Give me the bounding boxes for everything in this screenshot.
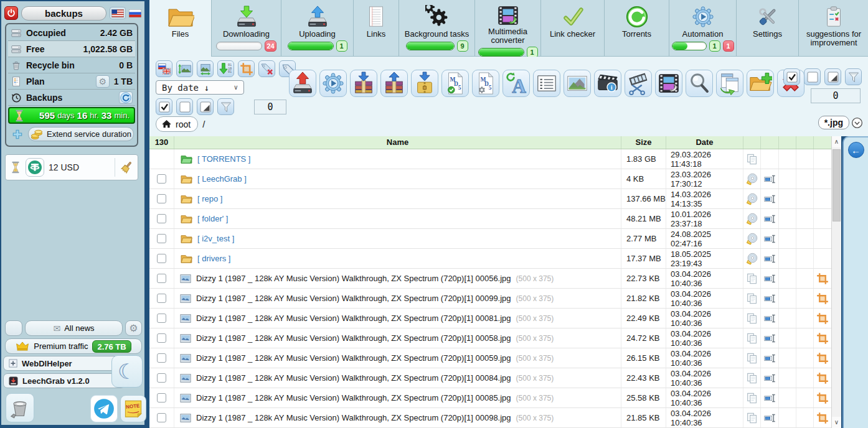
rar-download-button[interactable] [350, 70, 377, 97]
table-row[interactable]: [ TORRENTS ]1.83 GB29.03.2026 11:43:18 [149, 149, 831, 169]
copy-pages-action[interactable] [746, 292, 758, 305]
rename-action[interactable] [763, 193, 776, 205]
sidebar-stat-plan[interactable]: Plan⚙1 TB [8, 73, 135, 90]
backups-refresh-button[interactable] [119, 91, 133, 104]
rename-action[interactable] [763, 272, 776, 285]
rename-action[interactable] [763, 253, 776, 265]
crop-action[interactable] [816, 312, 829, 325]
image-view-button[interactable] [564, 70, 591, 97]
copy-pages-action[interactable] [746, 392, 758, 404]
table-row[interactable]: Dizzy 1 (1987 _ 128k AY Music Version) W… [149, 269, 831, 289]
row-checkbox[interactable] [157, 214, 166, 223]
usdt-button[interactable] [26, 158, 44, 177]
rename-action[interactable] [763, 173, 776, 185]
scrollbar-thumb[interactable] [833, 149, 841, 221]
table-row[interactable]: [ LeechGrab ]4 KB23.03.2026 17:30:12 [149, 169, 831, 189]
row-checkbox[interactable] [157, 393, 166, 402]
copy-pages-action[interactable] [746, 372, 758, 384]
sort-select[interactable]: By date ↓ ∨ [156, 80, 244, 95]
copy-pages-action[interactable] [746, 332, 758, 345]
row-checkbox[interactable] [157, 314, 166, 323]
table-row[interactable]: [ folder' ]48.21 MB10.01.2026 23:37:18 [149, 209, 831, 229]
column-name[interactable]: Name [174, 136, 621, 149]
tab-multimedia-converter[interactable]: Multimedia converter1 [475, 0, 541, 57]
scroll-up-icon[interactable]: ∧ [832, 136, 841, 147]
tab-files[interactable]: Files [149, 0, 212, 57]
filter-button[interactable] [217, 98, 234, 115]
row-checkbox[interactable] [157, 274, 166, 283]
file-name[interactable]: [ drivers ] [197, 254, 230, 263]
crop-action[interactable] [816, 272, 829, 285]
tab-settings[interactable]: Settings [737, 0, 799, 57]
table-row[interactable]: [ repo ]137.66 MB14.03.2026 14:13:35 [149, 189, 831, 209]
automation-gear-button[interactable] [319, 70, 347, 97]
crop-action[interactable] [816, 292, 829, 305]
crop-action[interactable] [816, 352, 829, 365]
rename-action[interactable] [763, 233, 776, 245]
sidebar-stat-recycle-bin[interactable]: Recycle bin0 B [8, 57, 135, 73]
rename-action[interactable] [763, 332, 776, 345]
file-name[interactable]: [ LeechGrab ] [197, 174, 247, 184]
tab-downloading[interactable]: Downloading24 [212, 0, 281, 57]
video-info-button[interactable]: i [594, 70, 621, 97]
tab-background-tasks[interactable]: Background tasks9 [399, 0, 475, 57]
md5-check-button[interactable]: MD5 [441, 70, 469, 97]
file-name[interactable]: [ folder' ] [197, 214, 228, 223]
table-row[interactable]: Dizzy 1 (1987 _ 128k AY Music Version) W… [149, 408, 831, 428]
select-none-button[interactable] [804, 68, 821, 85]
tab-links[interactable]: Links [354, 0, 399, 57]
rename-action[interactable] [763, 352, 776, 365]
cd-burn-action[interactable] [746, 253, 758, 265]
tab-suggestions-for-improvement[interactable]: suggestions for improvement [799, 0, 868, 57]
sidebar-stat-free[interactable]: Free1,022.58 GB [8, 41, 135, 57]
image-vertical-button[interactable] [176, 60, 193, 77]
extension-filter-value[interactable]: *.jpg [818, 116, 849, 129]
list-button[interactable] [533, 70, 560, 97]
breadcrumb-root[interactable]: root [156, 116, 198, 132]
dark-mode-button[interactable]: ☾ [111, 355, 143, 388]
translate-button[interactable] [156, 60, 172, 77]
scroll-down-icon[interactable]: ∨ [832, 417, 841, 428]
upload-button[interactable] [289, 70, 316, 97]
select-invert-button[interactable] [197, 98, 214, 115]
file-name[interactable]: Dizzy 1 (1987 _ 128k AY Music Version) W… [196, 314, 511, 323]
tab-torrents[interactable]: Torrents [605, 0, 669, 57]
md5-calc-button[interactable]: MD5 [472, 70, 499, 97]
file-name[interactable]: [ repo ] [197, 194, 222, 203]
note-button[interactable]: NOTE [120, 395, 146, 422]
row-checkbox[interactable] [157, 194, 166, 203]
file-name[interactable]: Dizzy 1 (1987 _ 128k AY Music Version) W… [196, 353, 511, 363]
webdlhelper-button[interactable]: WebDlHelper [3, 356, 125, 371]
column-date[interactable]: Date [666, 136, 743, 149]
file-name[interactable]: Dizzy 1 (1987 _ 128k AY Music Version) W… [196, 373, 511, 383]
rename-font-button[interactable]: A [502, 70, 530, 97]
cd-burn-action[interactable] [746, 173, 758, 185]
leechgrab-button[interactable]: LeechGrab v1.2.0 [3, 373, 125, 388]
new-folder-button[interactable] [747, 70, 774, 97]
plus-icon[interactable] [12, 129, 23, 140]
sidebar-stat-backups[interactable]: Backups [8, 90, 135, 106]
copy-pages-action[interactable] [746, 312, 758, 325]
image-horizontal-button[interactable] [197, 60, 214, 77]
row-checkbox[interactable] [157, 353, 166, 363]
row-checkbox[interactable] [157, 413, 166, 422]
extend-service-button[interactable]: Extend service duration [28, 127, 134, 141]
collapse-panel-button[interactable]: ← [848, 142, 864, 158]
tab-uploading[interactable]: Uploading1 [281, 0, 354, 57]
row-checkbox[interactable] [157, 234, 166, 243]
table-row[interactable]: [ drivers ]17.37 MB18.05.2025 23:19:43 [149, 249, 831, 269]
copy-pages-action[interactable] [746, 352, 758, 365]
table-row[interactable]: Dizzy 1 (1987 _ 128k AY Music Version) W… [149, 348, 831, 368]
crop-action[interactable] [816, 332, 829, 345]
rename-action[interactable] [763, 412, 776, 424]
table-row[interactable]: Dizzy 1 (1987 _ 128k AY Music Version) W… [149, 289, 831, 309]
zip-extract-button[interactable] [411, 70, 438, 97]
file-name[interactable]: [ i2v_test ] [197, 234, 234, 243]
language-english-button[interactable] [110, 7, 126, 19]
filter-button[interactable] [845, 68, 862, 85]
tags-remove-button[interactable] [258, 60, 275, 77]
power-button[interactable] [4, 6, 18, 20]
table-row[interactable]: Dizzy 1 (1987 _ 128k AY Music Version) W… [149, 309, 831, 328]
rename-action[interactable] [763, 213, 776, 225]
table-row[interactable]: Dizzy 1 (1987 _ 128k AY Music Version) W… [149, 388, 831, 408]
